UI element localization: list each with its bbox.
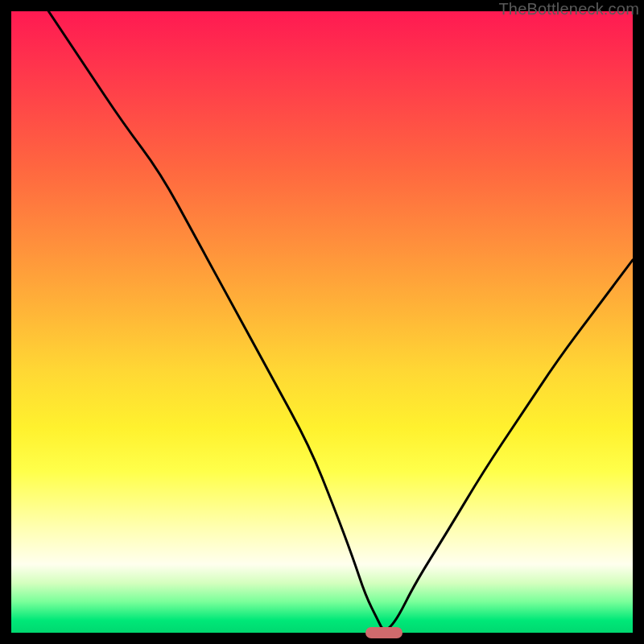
plot-area bbox=[11, 11, 633, 633]
curve-layer bbox=[11, 11, 633, 633]
chart-frame: TheBottleneck.com bbox=[0, 0, 644, 644]
watermark-text: TheBottleneck.com bbox=[498, 0, 639, 19]
optimal-marker bbox=[365, 627, 402, 638]
bottleneck-curve-path bbox=[48, 11, 633, 630]
